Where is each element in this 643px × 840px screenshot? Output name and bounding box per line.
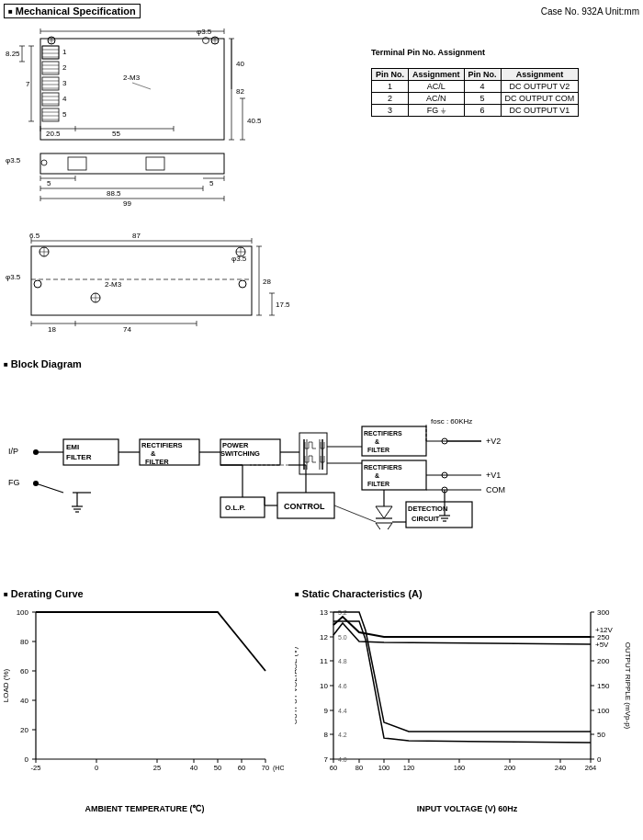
svg-text:&: & — [375, 438, 379, 445]
svg-text:4.0: 4.0 — [338, 756, 347, 763]
svg-point-98 — [34, 280, 41, 288]
svg-text:300: 300 — [597, 608, 610, 617]
svg-text:8: 8 — [324, 731, 329, 739]
svg-text:70: 70 — [262, 764, 269, 772]
svg-text:+12V: +12V — [595, 626, 614, 634]
table-row: 1AC/L4DC OUTPUT V2 — [372, 81, 579, 93]
col-header-pin1: Pin No. — [372, 69, 409, 81]
svg-text:+5V: +5V — [595, 641, 609, 649]
svg-text:4: 4 — [62, 95, 67, 103]
svg-text:RECTIFIERS: RECTIFIERS — [364, 430, 402, 437]
svg-text:5: 5 — [62, 110, 67, 119]
table-cell: FG ⏚ — [409, 105, 465, 117]
svg-rect-0 — [40, 39, 224, 140]
derating-x-label: AMBIENT TEMPERATURE (℃) — [4, 804, 286, 813]
svg-text:CIRCUIT: CIRCUIT — [412, 515, 440, 523]
table-row: 2AC/N5DC OUTPUT COM — [372, 93, 579, 105]
svg-text:55: 55 — [112, 130, 120, 138]
col-header-assign1: Assignment — [409, 69, 465, 81]
svg-text:5: 5 — [47, 179, 51, 187]
svg-text:40: 40 — [236, 60, 244, 68]
svg-text:100: 100 — [597, 707, 610, 715]
svg-text:11: 11 — [320, 657, 328, 665]
svg-text:7: 7 — [26, 80, 30, 88]
derating-curve-section: Derating Curve 0 20 40 60 80 — [4, 588, 286, 813]
svg-text:264: 264 — [585, 764, 597, 772]
svg-text:40: 40 — [190, 764, 197, 772]
svg-rect-90 — [31, 246, 252, 315]
svg-text:OUTPUT VOLTAGE (V): OUTPUT VOLTAGE (V) — [295, 646, 299, 724]
svg-text:COM: COM — [486, 485, 505, 494]
svg-text:fosc : 60KHz: fosc : 60KHz — [431, 417, 472, 426]
case-info: Case No. 932A Unit:mm — [541, 6, 639, 17]
svg-text:8.25: 8.25 — [6, 50, 20, 58]
svg-text:(HORIZONTAL): (HORIZONTAL) — [273, 765, 284, 772]
svg-text:φ3.5: φ3.5 — [197, 28, 212, 36]
svg-text:FILTER: FILTER — [66, 453, 92, 461]
svg-line-124 — [36, 483, 63, 493]
svg-text:EMI: EMI — [66, 443, 79, 451]
terminal-info: Terminal Pin No. Assignment Pin No. Assi… — [371, 20, 610, 364]
svg-text:2: 2 — [62, 63, 67, 72]
svg-text:120: 120 — [403, 764, 415, 772]
svg-text:7: 7 — [324, 755, 329, 764]
table-cell: DC OUTPUT V2 — [501, 81, 579, 93]
table-cell: 2 — [372, 93, 409, 105]
svg-text:+V2: +V2 — [486, 437, 501, 446]
static-char-section: Static Characteristics (A) 7 8 9 10 — [295, 588, 639, 813]
svg-text:0: 0 — [25, 755, 29, 764]
svg-text:200: 200 — [504, 764, 516, 772]
svg-text:9: 9 — [324, 707, 329, 715]
svg-text:FILTER: FILTER — [367, 447, 389, 453]
table-cell: 5 — [464, 93, 501, 105]
svg-text:13: 13 — [320, 608, 328, 617]
svg-text:2-M3: 2-M3 — [105, 280, 122, 289]
block-diagram-section: Block Diagram I/P FG EMI FILTER RECTIFIE… — [4, 358, 639, 531]
svg-text:4.8: 4.8 — [338, 658, 347, 664]
svg-text:SWITCHING: SWITCHING — [220, 449, 260, 458]
table-cell: AC/L — [409, 81, 465, 93]
svg-text:50: 50 — [597, 731, 605, 739]
svg-text:88.5: 88.5 — [107, 189, 121, 198]
svg-rect-67 — [146, 157, 164, 170]
static-chart: 7 8 9 10 11 12 13 4.0 4.2 4.4 4.6 4.8 5. — [295, 603, 639, 800]
block-diagram-title: Block Diagram — [4, 358, 639, 369]
terminal-caption: Terminal Pin No. Assignment — [371, 48, 485, 57]
mechanical-section: Mechanical Specification Case No. 932A U… — [4, 4, 639, 364]
svg-text:0: 0 — [597, 755, 602, 764]
block-diagram-svg: I/P FG EMI FILTER RECTIFIERS & FILTER PO… — [4, 373, 639, 529]
table-cell: 3 — [372, 105, 409, 117]
svg-text:RECTIFIERS: RECTIFIERS — [364, 464, 402, 471]
svg-text:50: 50 — [214, 764, 221, 772]
static-x-label: INPUT VOLTAGE (V) 60Hz — [295, 804, 639, 813]
svg-text:0: 0 — [95, 764, 98, 772]
svg-text:150: 150 — [597, 682, 610, 690]
svg-line-189 — [334, 505, 376, 522]
svg-rect-66 — [68, 157, 86, 170]
svg-text:60: 60 — [20, 667, 28, 675]
svg-text:FILTER: FILTER — [145, 458, 169, 466]
svg-text:100: 100 — [378, 764, 390, 772]
table-cell: DC OUTPUT V1 — [501, 105, 579, 117]
drawings-area: 1 2 3 4 5 8.25 — [4, 20, 362, 364]
svg-text:20: 20 — [20, 726, 28, 734]
table-cell: 6 — [464, 105, 501, 117]
svg-text:1: 1 — [62, 48, 67, 56]
svg-text:40: 40 — [20, 697, 28, 705]
svg-text:2-M3: 2-M3 — [123, 74, 141, 82]
svg-text:RECTIFIERS: RECTIFIERS — [141, 441, 183, 449]
svg-text:-25: -25 — [31, 764, 41, 772]
col-header-assign2: Assignment — [501, 69, 579, 81]
svg-text:LOAD (%): LOAD (%) — [4, 668, 10, 702]
table-cell: DC OUTPUT COM — [501, 93, 579, 105]
derating-title: Derating Curve — [4, 588, 286, 599]
terminal-table: Pin No. Assignment Pin No. Assignment 1A… — [371, 68, 579, 117]
svg-point-68 — [41, 160, 47, 165]
svg-text:60: 60 — [330, 764, 337, 772]
fg-label: FG — [8, 478, 20, 487]
svg-text:40.5: 40.5 — [247, 117, 262, 125]
svg-line-62 — [132, 83, 151, 89]
mech-title-text: Mechanical Specification — [16, 6, 136, 17]
svg-text:5: 5 — [209, 179, 214, 187]
svg-marker-173 — [376, 523, 392, 529]
